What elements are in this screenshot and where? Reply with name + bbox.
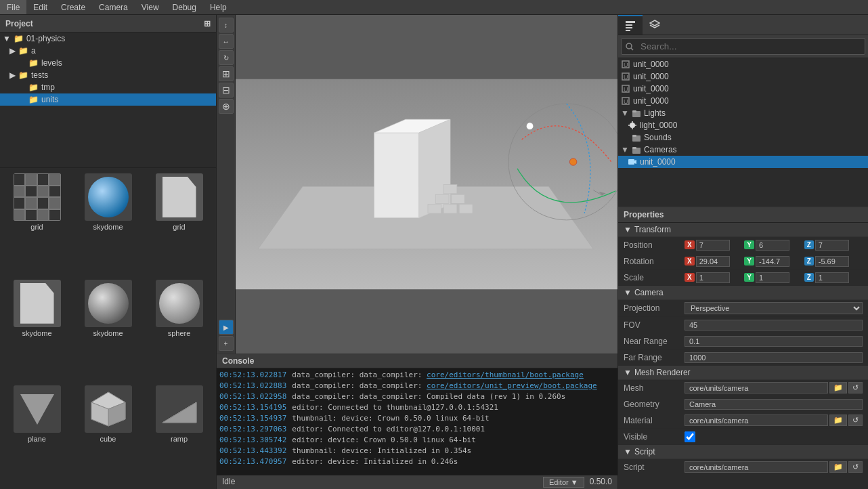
- scale-row: Scale X Y Z: [618, 270, 868, 286]
- scene-item-sounds[interactable]: Sounds: [618, 131, 868, 144]
- toolbar-snap-btn[interactable]: +: [219, 336, 234, 351]
- search-container: [621, 38, 865, 55]
- menu-help[interactable]: Help: [203, 0, 234, 14]
- center-panel: ↕ ↔ ↻ ⊞ ⊟ ⊕ ▶ +: [217, 15, 617, 489]
- asset-grid2[interactable]: grid: [145, 171, 213, 274]
- visible-checkbox[interactable]: [685, 431, 695, 442]
- near-range-input[interactable]: [685, 336, 863, 347]
- scene-tree: U unit_0000 U unit_0000 U unit_0000 U un…: [618, 58, 868, 207]
- toolbar-pan-btn[interactable]: ↔: [219, 34, 234, 49]
- scene-item-label: unit_0000: [633, 96, 669, 106]
- menu-create[interactable]: Create: [54, 0, 92, 14]
- tab-hierarchy[interactable]: [618, 15, 643, 35]
- tree-item-01physics[interactable]: ▼ 📁 01-physics: [0, 33, 216, 45]
- scene-item-unit2[interactable]: U unit_0000: [618, 83, 868, 95]
- scene-item-lights[interactable]: ▼ Mesh Renderer Lights: [618, 107, 868, 119]
- svg-rect-14: [459, 205, 473, 213]
- scene-item-label: Sounds: [644, 133, 672, 142]
- rot-y-input[interactable]: [756, 256, 789, 267]
- toolbar-move-btn[interactable]: ↕: [219, 18, 234, 33]
- scale-x-input[interactable]: [696, 272, 730, 283]
- console-line: 00:52:13.022958 data_compiler: data_comp…: [219, 391, 615, 402]
- geometry-input[interactable]: [685, 399, 863, 410]
- scale-y-input[interactable]: [756, 272, 789, 283]
- svg-rect-49: [628, 159, 634, 165]
- tree-item-tmp[interactable]: 📁 tmp: [0, 81, 216, 93]
- asset-thumb-skydome2: [14, 280, 61, 327]
- scale-x-field: X: [685, 272, 743, 283]
- transform-section-header[interactable]: ▼ Transform: [618, 223, 868, 237]
- asset-skydome1[interactable]: skydome: [74, 171, 142, 274]
- camera-section-header[interactable]: ▼ Camera: [618, 286, 868, 300]
- fov-input[interactable]: [685, 320, 863, 331]
- scene-item-camera-unit[interactable]: unit_0000: [618, 156, 868, 168]
- viewport-area: ↕ ↔ ↻ ⊞ ⊟ ⊕ ▶ +: [217, 15, 617, 354]
- tab-layers[interactable]: [643, 15, 667, 35]
- toolbar-rotate-btn[interactable]: ↻: [219, 50, 234, 65]
- menu-camera[interactable]: Camera: [92, 0, 135, 14]
- scene-item-unit0[interactable]: U unit_0000: [618, 58, 868, 70]
- material-input[interactable]: [685, 414, 828, 426]
- scale-z-input[interactable]: [815, 272, 849, 283]
- far-range-input[interactable]: [685, 352, 863, 363]
- projection-select[interactable]: Perspective: [685, 302, 863, 314]
- pos-y-input[interactable]: [756, 240, 789, 251]
- script-input[interactable]: [685, 461, 828, 473]
- asset-label: grid: [30, 223, 43, 231]
- tree-item-tests[interactable]: ▶ 📁 tests: [0, 69, 216, 81]
- scene-item-cameras[interactable]: ▼ Cameras: [618, 144, 868, 156]
- asset-skydome3[interactable]: skydome: [74, 277, 142, 381]
- material-browse-btn[interactable]: 📁: [829, 414, 847, 426]
- rot-z-input[interactable]: [815, 256, 849, 267]
- toolbar-grid2-btn[interactable]: ⊟: [219, 83, 234, 98]
- mesh-clear-btn[interactable]: ↺: [848, 382, 863, 394]
- asset-label: skydome: [93, 223, 123, 231]
- camera-section-label: Camera: [634, 288, 664, 297]
- material-clear-btn[interactable]: ↺: [848, 414, 863, 426]
- script-browse-btn[interactable]: 📁: [829, 461, 847, 473]
- mesh-renderer-section-header[interactable]: ▼ Mesh Renderer: [618, 366, 868, 380]
- unit-icon: U: [621, 96, 630, 106]
- menu-file[interactable]: File: [0, 0, 26, 14]
- scene-item-light0000[interactable]: light_0000: [618, 119, 868, 131]
- menu-debug[interactable]: Debug: [166, 0, 203, 14]
- asset-sphere1[interactable]: sphere: [145, 277, 213, 381]
- pos-x-input[interactable]: [696, 240, 730, 251]
- viewport-3d[interactable]: [236, 15, 617, 354]
- tree-item-a[interactable]: ▶ 📁 a: [0, 45, 216, 57]
- scene-item-unit3[interactable]: U unit_0000: [618, 95, 868, 107]
- console-content[interactable]: 00:52:13.022817 data_compiler: data_comp…: [217, 368, 617, 475]
- tree-item-levels[interactable]: 📁 levels: [0, 57, 216, 69]
- visible-label: Visible: [624, 432, 685, 442]
- menu-view[interactable]: View: [135, 0, 166, 14]
- asset-cube1[interactable]: cube: [74, 383, 142, 486]
- rot-x-input[interactable]: [696, 256, 730, 267]
- console-link[interactable]: core/editors/unit_preview/boot.package: [427, 381, 597, 390]
- scene-item-unit1[interactable]: U unit_0000: [618, 70, 868, 83]
- mesh-browse-btn[interactable]: 📁: [829, 382, 847, 394]
- pos-z-input[interactable]: [815, 240, 849, 251]
- toolbar-add-btn[interactable]: ⊕: [219, 99, 234, 114]
- editor-dropdown-btn[interactable]: Editor ▼: [543, 477, 584, 488]
- svg-rect-25: [626, 27, 632, 28]
- asset-ramp1[interactable]: ramp: [145, 383, 213, 486]
- svg-rect-48: [632, 147, 636, 149]
- asset-grid1[interactable]: grid: [3, 171, 71, 274]
- console-time: 00:52:13.470957: [219, 456, 286, 467]
- asset-skydome2[interactable]: skydome: [3, 277, 71, 381]
- tree-item-units[interactable]: 📁 units: [0, 93, 216, 106]
- console-link[interactable]: core/editors/thumbnail/boot.package: [427, 370, 584, 379]
- toolbar-grid-btn[interactable]: ⊞: [219, 66, 234, 81]
- svg-rect-24: [626, 24, 632, 26]
- script-section-header[interactable]: ▼ Script: [618, 445, 868, 459]
- plane-shape: [20, 394, 54, 425]
- toolbar-play-btn[interactable]: ▶: [219, 320, 234, 335]
- asset-label: ramp: [171, 435, 188, 443]
- project-icon[interactable]: ⊞: [204, 19, 211, 28]
- search-input[interactable]: [636, 40, 861, 53]
- grid-cell: [14, 186, 26, 198]
- script-clear-btn[interactable]: ↺: [848, 461, 863, 473]
- asset-plane1[interactable]: plane: [3, 383, 71, 486]
- menu-edit[interactable]: Edit: [26, 0, 54, 14]
- mesh-input[interactable]: [685, 382, 828, 394]
